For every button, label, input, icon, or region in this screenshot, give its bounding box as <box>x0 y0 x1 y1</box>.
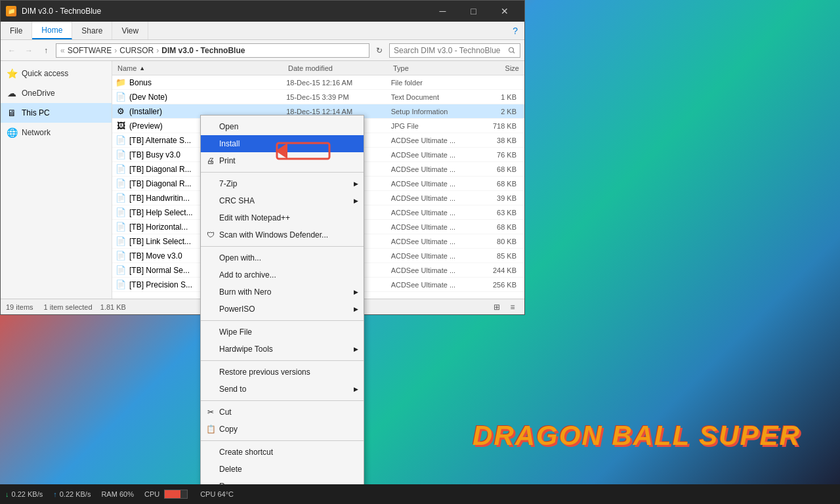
defender-icon: 🛡 <box>205 230 217 240</box>
file-type: JPG File <box>391 122 470 130</box>
ctx-crcsha[interactable]: CRC SHA <box>201 192 364 209</box>
ribbon-tab-share[interactable]: Share <box>72 22 112 39</box>
path-software[interactable]: SOFTWARE <box>68 46 112 55</box>
ctx-restore[interactable]: Restore previous versions <box>201 364 364 381</box>
view-toggles: ⊞ ≡ <box>490 301 519 314</box>
file-size: 68 KB <box>469 223 522 231</box>
ctx-open-label: Open <box>219 122 238 131</box>
sidebar-label-onedrive: OneDrive <box>22 89 55 98</box>
file-icon: 🖼 <box>115 120 127 132</box>
ctx-openwith-label: Open with... <box>219 253 261 262</box>
up-button[interactable]: ↑ <box>39 43 53 58</box>
ctx-notepadpp-label: Edit with Notepad++ <box>219 213 290 222</box>
file-type: ACDSee Ultimate ... <box>391 180 470 188</box>
ctx-install-label: Install <box>219 139 240 148</box>
col-header-size[interactable]: Size <box>469 64 522 72</box>
file-type: ACDSee Ultimate ... <box>391 136 470 144</box>
file-icon: 📄 <box>115 250 127 262</box>
file-icon: 📄 <box>115 279 127 291</box>
ctx-7zip-label: 7-Zip <box>219 179 237 188</box>
sidebar-item-network[interactable]: 🌐 Network <box>1 123 112 142</box>
ctx-sendto-label: Send to <box>219 385 246 394</box>
file-size: 244 KB <box>469 266 522 274</box>
ctx-7zip[interactable]: 7-Zip <box>201 175 364 192</box>
file-icon: 📄 <box>115 149 127 161</box>
file-size: 718 KB <box>469 122 522 130</box>
file-row[interactable]: 📄 (Dev Note) 15-Dec-15 3:39 PM Text Docu… <box>112 90 524 104</box>
sidebar: ⭐ Quick access ☁ OneDrive 🖥 This PC 🌐 Ne… <box>1 61 112 299</box>
window-controls: ─ □ ✕ <box>428 1 519 22</box>
ctx-wipefile[interactable]: Wipe File <box>201 324 364 341</box>
col-header-date[interactable]: Date modified <box>285 64 390 72</box>
ribbon-tab-view[interactable]: View <box>112 22 148 39</box>
minimize-button[interactable]: ─ <box>428 1 457 22</box>
ctx-delete-label: Delete <box>219 465 242 474</box>
path-separator: « <box>60 46 65 55</box>
ctx-wipefile-label: Wipe File <box>219 327 252 337</box>
ctx-hardwipe-label: Hardwipe Tools <box>219 345 273 354</box>
ribbon-tab-home[interactable]: Home <box>32 22 72 39</box>
file-type: ACDSee Ultimate ... <box>391 165 470 173</box>
upload-speed: ↑ 0.22 KB/s <box>53 490 91 498</box>
list-view-button[interactable]: ≡ <box>506 301 519 314</box>
file-icon-installer: ⚙ <box>115 106 127 117</box>
taskbar: ↓ 0.22 KB/s ↑ 0.22 KB/s RAM 60% CPU CPU … <box>0 484 840 504</box>
sidebar-item-thispc[interactable]: 🖥 This PC <box>1 103 112 123</box>
path-cursor[interactable]: CURSOR <box>119 46 154 55</box>
refresh-button[interactable]: ↻ <box>372 43 387 58</box>
file-count: 19 items <box>6 303 33 311</box>
path-sep3: › <box>156 46 159 55</box>
address-path[interactable]: « SOFTWARE › CURSOR › DIM v3.0 - TechnoB… <box>56 43 369 58</box>
file-date-installer: 18-Dec-15 12:14 AM <box>286 108 390 116</box>
ctx-defender[interactable]: 🛡 Scan with Windows Defender... <box>201 226 364 243</box>
cpu-bar <box>164 490 188 499</box>
file-type: ACDSee Ultimate ... <box>391 252 470 260</box>
sidebar-item-onedrive[interactable]: ☁ OneDrive <box>1 83 112 103</box>
file-type-installer: Setup Information <box>391 108 470 116</box>
search-input[interactable] <box>389 43 520 58</box>
file-size: 80 KB <box>469 238 522 245</box>
ctx-sendto[interactable]: Send to <box>201 381 364 398</box>
ctx-hardwipe[interactable]: Hardwipe Tools <box>201 341 364 358</box>
file-size: 256 KB <box>469 281 522 289</box>
close-button[interactable]: ✕ <box>490 1 519 22</box>
ctx-open[interactable]: Open <box>201 118 364 135</box>
ctx-sep1 <box>201 172 364 173</box>
ctx-poweriso[interactable]: PowerISO <box>201 301 364 318</box>
download-speed: ↓ 0.22 KB/s <box>5 490 43 498</box>
path-current[interactable]: DIM v3.0 - TechnoBlue <box>161 46 245 55</box>
help-button[interactable]: ? <box>506 22 524 39</box>
file-icon: 📄 <box>115 207 127 219</box>
ctx-createshortcut[interactable]: Create shortcut <box>201 444 364 461</box>
sidebar-label-thispc: This PC <box>22 108 50 117</box>
forward-button[interactable]: → <box>22 43 36 58</box>
onedrive-icon: ☁ <box>6 87 18 99</box>
file-type: File folder <box>391 79 470 87</box>
col-header-type[interactable]: Type <box>390 64 469 72</box>
details-view-button[interactable]: ⊞ <box>490 301 503 314</box>
cut-icon: ✂ <box>205 408 217 417</box>
ctx-openwith[interactable]: Open with... <box>201 249 364 266</box>
ctx-delete[interactable]: Delete <box>201 461 364 478</box>
sidebar-item-quickaccess[interactable]: ⭐ Quick access <box>1 64 112 83</box>
col-header-name[interactable]: Name ▲ <box>115 64 285 72</box>
copy-icon: 📋 <box>205 425 217 434</box>
ctx-cut[interactable]: ✂ Cut <box>201 404 364 421</box>
file-row[interactable]: 📁 Bonus 18-Dec-15 12:16 AM File folder <box>112 75 524 90</box>
file-size-installer: 2 KB <box>469 108 522 116</box>
ribbon-tab-file[interactable]: File <box>1 22 32 39</box>
ctx-copy[interactable]: 📋 Copy <box>201 421 364 438</box>
maximize-button[interactable]: □ <box>459 1 488 22</box>
ctx-sep5 <box>201 400 364 401</box>
ctx-addarchive[interactable]: Add to archive... <box>201 266 364 284</box>
file-size: 68 KB <box>469 180 522 188</box>
ctx-nero[interactable]: Burn with Nero <box>201 284 364 301</box>
quickaccess-icon: ⭐ <box>6 68 18 79</box>
ctx-sep3 <box>201 320 364 321</box>
ctx-crcsha-label: CRC SHA <box>219 196 255 205</box>
ram-usage: RAM 60% <box>101 490 134 498</box>
ctx-notepadpp[interactable]: Edit with Notepad++ <box>201 209 364 226</box>
file-type: ACDSee Ultimate ... <box>391 281 470 289</box>
sidebar-label-network: Network <box>22 128 51 137</box>
back-button[interactable]: ← <box>5 43 19 58</box>
